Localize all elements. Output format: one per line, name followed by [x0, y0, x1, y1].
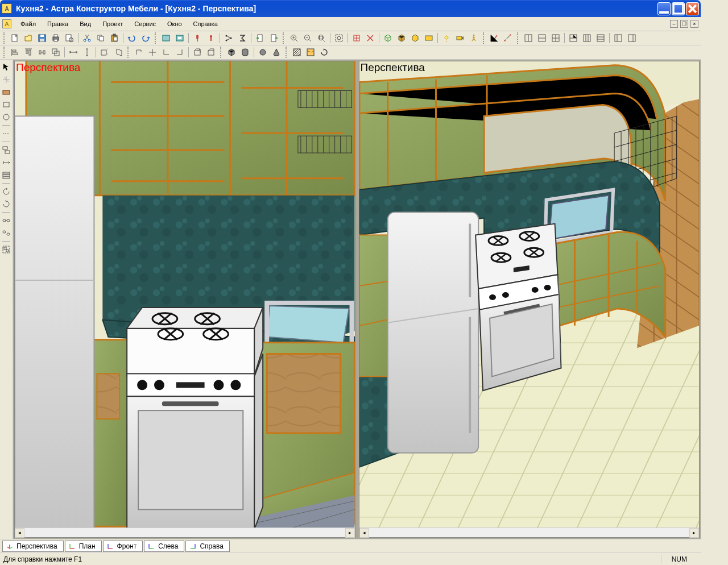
add-circle-button[interactable] [1, 111, 12, 123]
snap-cross-button[interactable] [364, 32, 377, 44]
wireframe-button[interactable] [382, 32, 394, 44]
toolbar-grip[interactable] [127, 47, 130, 58]
view-pane-right[interactable]: Перспектива [359, 61, 700, 538]
layout-8-button[interactable] [626, 32, 638, 44]
scroll-left-button[interactable]: ◂ [359, 528, 369, 538]
unlink-button[interactable] [1, 227, 12, 239]
group-button[interactable] [1, 244, 12, 255]
tab-left[interactable]: Слева [144, 541, 184, 552]
screw-button[interactable] [191, 32, 204, 44]
scroll-right-button[interactable]: ▸ [345, 528, 355, 538]
export-button[interactable] [254, 32, 266, 44]
scroll-left-button[interactable]: ◂ [15, 528, 24, 538]
toolbar-grip[interactable] [3, 32, 6, 44]
print-button[interactable] [49, 32, 62, 44]
toolbar-grip[interactable] [3, 47, 6, 58]
tab-plan[interactable]: План [65, 541, 102, 552]
mdi-minimize-button[interactable]: – [670, 20, 678, 28]
menu-service[interactable]: Сервис [129, 18, 162, 30]
solid-cylinder-button[interactable] [239, 46, 251, 59]
menu-view[interactable]: Вид [74, 18, 97, 30]
plane-xy-button[interactable] [98, 46, 111, 59]
texture-button[interactable] [304, 46, 317, 59]
cut-button[interactable] [81, 32, 93, 44]
toolbar-grip[interactable] [283, 32, 285, 44]
zoom-out-button[interactable] [301, 32, 314, 44]
close-button[interactable] [686, 2, 699, 15]
add-panel-button[interactable] [1, 86, 12, 98]
solid-sphere-button[interactable] [257, 46, 269, 59]
plane-yz-button[interactable] [112, 46, 125, 59]
sum-button[interactable] [236, 32, 249, 44]
measure-button[interactable] [502, 32, 514, 44]
toolbar-grip[interactable] [220, 47, 222, 58]
toolbar-grip[interactable] [286, 47, 288, 58]
tab-perspective[interactable]: Перспектива [2, 541, 64, 552]
align-top-button[interactable] [22, 46, 35, 59]
add-rect-button[interactable] [1, 99, 12, 110]
camera-button[interactable] [454, 32, 466, 44]
view-canvas-right[interactable]: Перспектива [359, 61, 700, 527]
move-to-layer-button[interactable] [1, 144, 12, 156]
layers-button[interactable] [1, 169, 12, 181]
minimize-button[interactable] [657, 2, 671, 15]
render-button[interactable] [423, 32, 435, 44]
dim-v-button[interactable] [81, 46, 93, 59]
distribute-h-button[interactable] [36, 46, 48, 59]
view-pane-left[interactable]: Перспектива [14, 61, 355, 538]
align-left-button[interactable] [9, 46, 21, 59]
shaded-button[interactable] [395, 32, 408, 44]
mdi-close-button[interactable]: × [690, 20, 698, 28]
layout-3-button[interactable] [549, 32, 562, 44]
hatch-button[interactable] [291, 46, 303, 59]
hscroll-left[interactable]: ◂ ▸ [15, 527, 355, 537]
toolbar-grip[interactable] [155, 32, 157, 44]
dim-h-button[interactable] [67, 46, 80, 59]
connector-t-button[interactable] [146, 46, 159, 59]
layout-1-button[interactable] [522, 32, 535, 44]
panel-button[interactable] [160, 32, 172, 44]
cutline-button[interactable] [1, 128, 12, 139]
link-button[interactable] [1, 215, 12, 226]
tab-right[interactable]: Справа [185, 541, 229, 552]
solid-cube-button[interactable] [225, 46, 238, 59]
layout-4-button[interactable] [567, 32, 580, 44]
undo-button[interactable] [126, 32, 138, 44]
rotate-ccw-button[interactable] [1, 186, 12, 197]
maximize-button[interactable] [672, 2, 685, 15]
view-canvas-left[interactable]: Перспектива [15, 61, 355, 527]
menu-help[interactable]: Справка [188, 18, 224, 30]
solid-cone-button[interactable] [270, 46, 283, 59]
walk-button[interactable] [468, 32, 480, 44]
snap-center-button[interactable] [350, 32, 363, 44]
zoom-region-button[interactable] [333, 32, 345, 44]
graph-button[interactable] [488, 32, 500, 44]
layout-6-button[interactable] [594, 32, 607, 44]
tab-front[interactable]: Фронт [103, 541, 143, 552]
light-button[interactable] [440, 32, 453, 44]
select-tool-button[interactable] [1, 61, 12, 73]
menu-project[interactable]: Проект [97, 18, 129, 30]
connector-r-button[interactable] [173, 46, 186, 59]
layout-2-button[interactable] [536, 32, 548, 44]
mdi-restore-button[interactable]: ❐ [680, 20, 688, 28]
layout-7-button[interactable] [612, 32, 624, 44]
new-button[interactable] [9, 32, 21, 44]
save-button[interactable] [36, 32, 48, 44]
box-open-button[interactable] [205, 46, 217, 59]
connector-top-button[interactable] [133, 46, 145, 59]
menu-window[interactable]: Окно [162, 18, 188, 30]
axis-tool-button[interactable] [1, 74, 12, 85]
rotate-cw-button[interactable] [1, 198, 12, 210]
paste-button[interactable] [108, 32, 121, 44]
fastener-button[interactable] [205, 32, 217, 44]
tree-button[interactable] [222, 32, 235, 44]
toolbar-grip[interactable] [483, 32, 485, 44]
box-button[interactable] [191, 46, 204, 59]
layout-5-button[interactable] [581, 32, 593, 44]
offset-button[interactable] [49, 46, 62, 59]
export2-button[interactable] [267, 32, 280, 44]
textured-button[interactable] [409, 32, 421, 44]
scroll-right-button[interactable]: ▸ [689, 528, 699, 538]
hscroll-right[interactable]: ◂ ▸ [359, 527, 700, 537]
